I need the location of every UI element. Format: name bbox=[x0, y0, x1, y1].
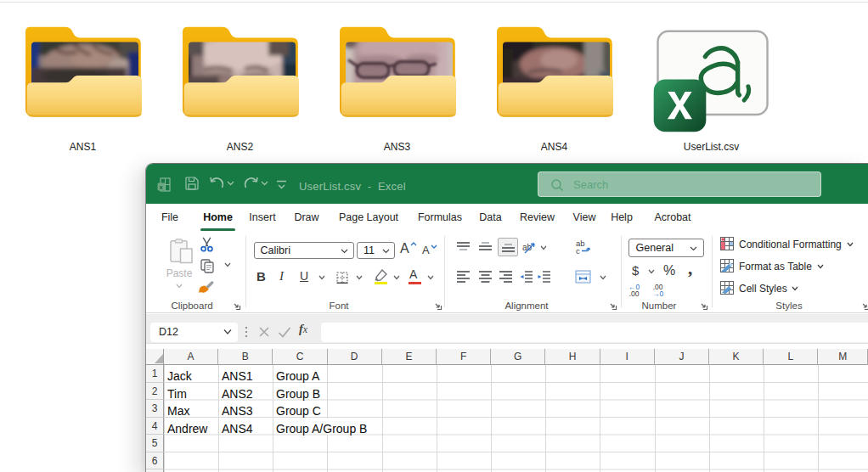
svg-text:c: c bbox=[576, 246, 580, 256]
